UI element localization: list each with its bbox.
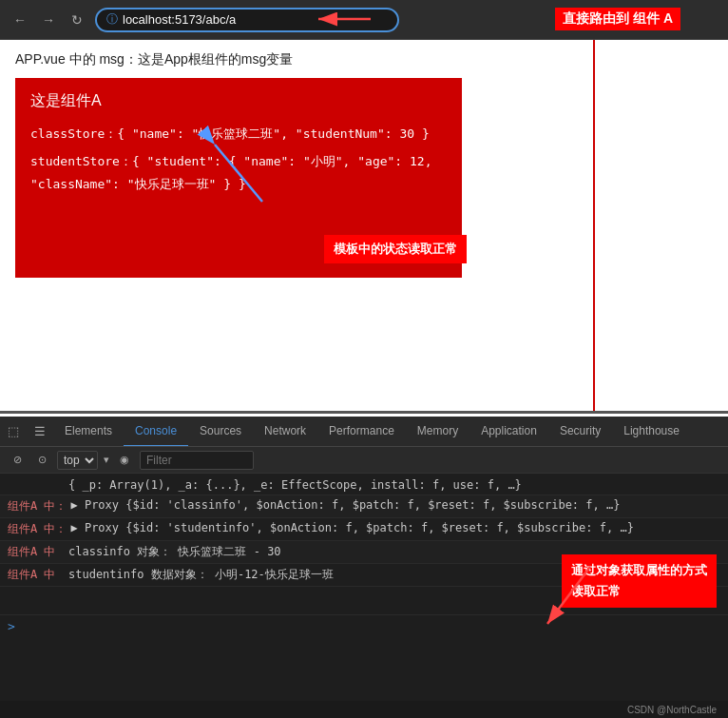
- console-content: ▶ Proxy {$id: 'studentinfo', $onAction: …: [70, 521, 720, 534]
- console-label: 组件A 中: [8, 544, 65, 560]
- template-arrow: [205, 126, 319, 221]
- inspector-toggle[interactable]: ⬚: [0, 418, 27, 445]
- right-panel: [595, 40, 728, 411]
- device-toggle[interactable]: ☰: [27, 418, 53, 445]
- refresh-icon: ↻: [71, 12, 83, 28]
- inspector-icon: ⬚: [8, 424, 19, 438]
- console-content: { _p: Array(1), _a: {...}, _e: EffectSco…: [68, 478, 720, 492]
- level-select[interactable]: top: [57, 451, 98, 470]
- tab-network[interactable]: Network: [253, 417, 317, 447]
- url-text: localhost:5173/abc/a: [123, 12, 236, 27]
- refresh-button[interactable]: ↻: [67, 10, 87, 30]
- read-arrow: [543, 567, 600, 643]
- browser-content: APP.vue 中的 msg：这是App根组件的msg变量 这是组件A clas…: [0, 40, 728, 411]
- app-msg: APP.vue 中的 msg：这是App根组件的msg变量: [15, 51, 578, 68]
- devtools-toolbar: ⊘ ⊙ top ▾ ◉: [0, 447, 728, 474]
- tab-console[interactable]: Console: [124, 417, 188, 447]
- tab-sources[interactable]: Sources: [188, 417, 253, 447]
- console-label: 组件A 中：: [8, 521, 67, 537]
- route-arrow: [266, 5, 380, 43]
- devtools-tabs: ⬚ ☰ Elements Console Sources Network Per…: [0, 417, 728, 447]
- bottom-bar: CSDN @NorthCastle: [0, 701, 728, 718]
- console-label: 组件A 中：: [8, 498, 67, 514]
- forward-icon: →: [42, 12, 55, 28]
- watermark: CSDN @NorthCastle: [627, 705, 717, 715]
- tab-application[interactable]: Application: [469, 417, 548, 447]
- info-icon: ⓘ: [106, 11, 118, 28]
- preserve-log-button[interactable]: ⊙: [32, 451, 51, 470]
- device-icon: ☰: [34, 424, 46, 438]
- svg-line-5: [547, 567, 590, 624]
- eye-icon: ◉: [120, 454, 129, 466]
- console-content: ▶ Proxy {$id: 'classinfo', $onAction: f,…: [70, 498, 720, 512]
- forward-button[interactable]: →: [38, 10, 59, 30]
- console-row: 组件A 中： ▶ Proxy {$id: 'classinfo', $onAct…: [0, 495, 728, 518]
- tab-memory[interactable]: Memory: [406, 417, 469, 447]
- console-label: 组件A 中: [8, 567, 65, 583]
- browser-chrome: ← → ↻ ⓘ localhost:5173/abc/a 直接路由到 组件 A: [0, 0, 728, 40]
- back-icon: ←: [13, 12, 27, 28]
- eye-button[interactable]: ◉: [115, 451, 134, 470]
- annotation-route: 直接路由到 组件 A: [555, 8, 680, 30]
- console-row: { _p: Array(1), _a: {...}, _e: EffectSco…: [0, 475, 728, 495]
- clear-console-button[interactable]: ⊘: [8, 451, 27, 470]
- preserve-icon: ⊙: [38, 454, 47, 466]
- tab-security[interactable]: Security: [548, 417, 612, 447]
- console-row: 组件A 中： ▶ Proxy {$id: 'studentinfo', $onA…: [0, 518, 728, 541]
- tab-performance[interactable]: Performance: [317, 417, 406, 447]
- devtools: ⬚ ☰ Elements Console Sources Network Per…: [0, 417, 728, 714]
- annotation-template: 模板中的状态读取正常: [324, 235, 467, 263]
- page-content: APP.vue 中的 msg：这是App根组件的msg变量 这是组件A clas…: [0, 40, 595, 411]
- clear-icon: ⊘: [13, 454, 22, 466]
- dropdown-arrow: ▾: [104, 454, 109, 466]
- component-a-title: 这是组件A: [30, 91, 447, 111]
- filter-input[interactable]: [140, 451, 254, 470]
- tab-lighthouse[interactable]: Lighthouse: [612, 417, 691, 447]
- back-button[interactable]: ←: [10, 10, 30, 30]
- component-a-box: 这是组件A classStore：{ "name": "快乐篮球二班", "st…: [15, 78, 462, 278]
- svg-line-3: [215, 145, 262, 202]
- console-prompt[interactable]: >: [0, 615, 728, 637]
- tab-elements[interactable]: Elements: [53, 417, 124, 447]
